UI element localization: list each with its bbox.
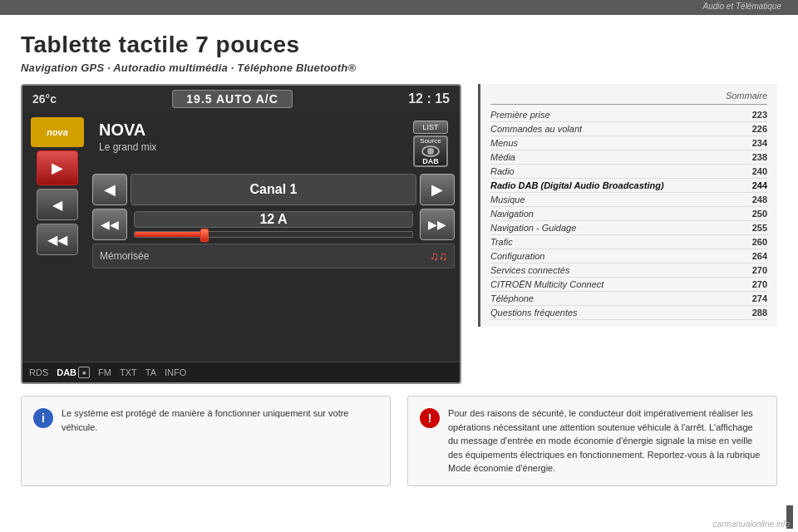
toc-item-label: Trafic [490,237,513,247]
source-box: LIST Source DAB [413,121,448,167]
progress-bar[interactable] [134,231,413,238]
prev-button[interactable]: ◀ [37,189,78,220]
toc-item: Questions fréquentes288 [490,306,767,320]
info-box-warning: ! Pour des raisons de sécurité, le condu… [407,396,777,486]
watermark: carmanualonline.info [713,520,790,529]
toc-item: Média238 [490,150,767,165]
toc-item-label: Radio DAB (Digital Audio Broadcasting) [490,180,664,190]
source-dab-button[interactable]: Source DAB [413,135,448,167]
toc-item: Radio240 [490,165,767,179]
channel-next-button[interactable]: ▶ [420,174,455,205]
toc-item: Première prise223 [490,108,767,122]
top-bar: Audio et Télématique [0,0,798,15]
toc-item-page: 223 [752,110,767,120]
screen-body: nova ▶ ◀ ◀◀ NOVA Le grand mix [22,112,460,362]
track-display: 12 A [134,211,413,228]
bottom-txt[interactable]: TXT [120,367,137,377]
back-button[interactable]: ▶ [37,150,78,185]
toc-item-label: Navigation - Guidage [490,223,576,233]
bottom-fm[interactable]: FM [98,367,111,377]
channel-prev-button[interactable]: ◀ [92,174,127,205]
toc-item: Téléphone274 [490,292,767,306]
toc-item-page: 250 [752,209,767,219]
toc-header: Sommaire [490,91,767,105]
info-box-warning-text: Pour des raisons de sécurité, le conduct… [448,406,765,475]
toc-item-page: 270 [752,265,767,275]
toc-item-page: 260 [752,237,767,247]
toc-item: Trafic260 [490,235,767,249]
info-icon-red: ! [420,408,440,428]
bottom-info[interactable]: INFO [165,367,186,377]
toc-item: Musique248 [490,193,767,207]
source-badge: DAB [422,157,439,165]
toc-list: Première prise223Commandes au volant226M… [490,108,767,320]
toc-item: CITROËN Multicity Connect270 [490,278,767,292]
channel-row: ◀ Canal 1 ▶ [92,174,455,205]
toc-item: Navigation250 [490,207,767,221]
bottom-ta[interactable]: TA [145,367,156,377]
dab-badge-box: ■ [78,367,90,378]
screen-center-col: NOVA Le grand mix LIST Source DAB [92,117,455,357]
toc-item-page: 264 [752,251,767,261]
station-info-row: NOVA Le grand mix LIST Source DAB [92,117,455,170]
page-title: Tablette tactile 7 pouces [21,32,777,58]
screen-left-col: nova ▶ ◀ ◀◀ [27,117,87,357]
toc-item: Commandes au volant226 [490,122,767,136]
toc-item-label: Musique [490,195,525,204]
toc-item-label: Téléphone [490,293,534,303]
track-prev-button[interactable]: ◀◀ [92,209,127,240]
toc-item-label: CITROËN Multicity Connect [490,279,603,289]
main-content: Tablette tactile 7 pouces Navigation GPS… [0,15,798,532]
radio-logo: nova [31,117,84,147]
toc-item-label: Questions fréquentes [490,308,578,318]
source-text: Source [420,137,441,145]
screen-climate: 19.5 AUTO A/C [172,90,293,108]
page-subtitle: Navigation GPS · Autoradio multimédia · … [21,62,777,74]
toc-item: Menus234 [490,136,767,150]
info-box-note-text: Le système est protégé de manière à fonc… [62,406,378,434]
toc-item-label: Configuration [490,251,544,261]
memorisee-label: Mémorisée [100,250,149,262]
two-col-layout: 26°c 19.5 AUTO A/C 12 : 15 nova ▶ ◀ ◀◀ [21,84,777,384]
bottom-rds[interactable]: RDS [29,367,48,377]
toc-item-page: 226 [752,124,767,134]
info-icon-blue: i [33,408,53,428]
toc-item-page: 288 [752,308,767,318]
info-box-note: i Le système est protégé de manière à fo… [21,396,391,486]
toc-panel: Sommaire Première prise223Commandes au v… [478,84,777,327]
toc-item: Navigation - Guidage255 [490,221,767,235]
rewind-button[interactable]: ◀◀ [37,224,78,255]
toc-item-page: 274 [752,293,767,303]
toc-item-label: Navigation [490,209,534,219]
toc-item-page: 244 [752,180,767,190]
toc-item-label: Première prise [490,110,550,120]
track-row: ◀◀ 12 A ▶▶ [92,209,455,240]
toc-item-page: 238 [752,152,767,162]
station-subtitle: Le grand mix [99,141,156,153]
toc-item: Services connectés270 [490,264,767,278]
toc-item-page: 248 [752,195,767,204]
progress-area: 12 A [131,211,416,238]
toc-item: Configuration264 [490,249,767,264]
station-name: NOVA [99,121,156,140]
bottom-dab[interactable]: DAB■ [57,367,90,378]
toc-item: Radio DAB (Digital Audio Broadcasting)24… [490,179,767,193]
track-next-button[interactable]: ▶▶ [420,209,455,240]
section-label: Audio et Télématique [702,2,781,11]
toc-item-page: 255 [752,223,767,233]
screen-temperature: 26°c [32,92,57,106]
toc-item-label: Services connectés [490,265,569,275]
memorisee-icon: ♫♫ [430,249,447,263]
toc-item-page: 240 [752,166,767,176]
list-button[interactable]: LIST [413,121,447,134]
screen-time: 12 : 15 [408,91,450,106]
progress-thumb [200,229,209,242]
toc-item-page: 270 [752,279,767,289]
toc-item-label: Radio [490,166,515,176]
screen-topbar: 26°c 19.5 AUTO A/C 12 : 15 [22,86,460,112]
toc-item-page: 234 [752,138,767,148]
toc-item-label: Média [490,152,515,162]
station-details: NOVA Le grand mix [99,121,156,153]
dab-icon [421,145,440,157]
channel-display: Canal 1 [131,174,416,205]
